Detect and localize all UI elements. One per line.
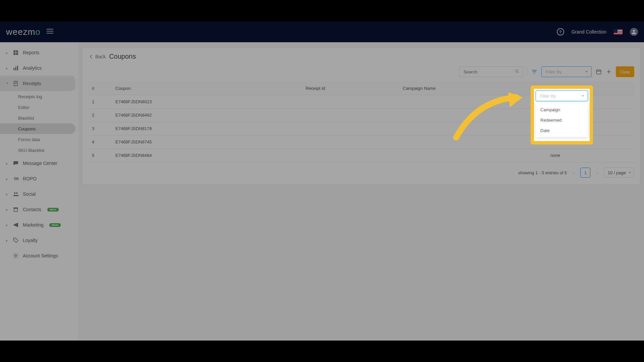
page-title: Coupons — [109, 53, 136, 60]
dashboard-icon — [13, 50, 19, 56]
svg-rect-2 — [16, 50, 18, 52]
logo-accent: o — [35, 27, 40, 37]
sidebar-item-message-center[interactable]: ▸Message Center — [0, 156, 79, 171]
filter-option-redeemed[interactable]: Redeemed — [536, 115, 588, 125]
back-button[interactable]: Back — [89, 54, 106, 59]
caret-icon: ▸ — [6, 223, 9, 227]
people-icon — [13, 191, 19, 197]
page-size-select[interactable]: 10 / page — [604, 168, 634, 178]
sidebar-item-loyalty[interactable]: ▸Loyalty — [0, 233, 79, 248]
new-badge: NEW! — [47, 208, 58, 212]
sidebar-item-account-settings[interactable]: Account Settings — [0, 248, 79, 263]
cell-receipt — [302, 95, 399, 109]
svg-point-0 — [633, 30, 635, 32]
nav-label: Analytics — [23, 65, 42, 71]
cell-n: 1 — [89, 95, 112, 109]
sidebar-subitem-coupons[interactable]: Coupons — [0, 123, 75, 134]
user-avatar-button[interactable] — [630, 28, 638, 36]
filter-option-campaign[interactable]: Campaign — [536, 105, 588, 115]
cell-n: 2 — [89, 109, 112, 122]
cell-coupon: E7468FJSDN8745 — [112, 135, 302, 149]
new-badge: NEW! — [49, 223, 60, 227]
column-header[interactable]: Campaign Name — [399, 82, 547, 95]
infinity-icon — [13, 176, 19, 182]
archive-icon — [13, 206, 19, 213]
top-navbar: weezmo ? Grand Collection — [0, 21, 644, 42]
column-header[interactable]: Coupon — [112, 82, 302, 95]
svg-rect-3 — [13, 53, 15, 55]
svg-point-16 — [15, 255, 17, 257]
cell-receipt — [302, 109, 399, 122]
search-input[interactable] — [459, 66, 523, 77]
svg-point-12 — [16, 192, 18, 194]
nav-label: Loyalty — [23, 238, 38, 243]
svg-rect-5 — [13, 68, 14, 70]
cell-coupon: E7468FJSDN8492 — [112, 109, 302, 122]
add-button[interactable] — [606, 69, 612, 75]
message-icon — [13, 160, 19, 166]
filter-placeholder: Filter By — [546, 69, 562, 74]
nav-label: Message Center — [23, 161, 57, 166]
prev-page-button[interactable]: ‹ — [572, 170, 576, 175]
locale-flag-icon[interactable] — [614, 29, 623, 35]
menu-toggle-button[interactable] — [47, 29, 53, 35]
caret-icon: ▸ — [6, 192, 9, 196]
cell-coupon: E7468FJSDN8464 — [112, 149, 302, 162]
cell-n: 4 — [89, 135, 112, 149]
sidebar-item-ropo[interactable]: ▸ROPO — [0, 171, 79, 186]
sidebar-subitem-receipts-log[interactable]: Receipts log — [0, 91, 79, 102]
org-name[interactable]: Grand Collection — [572, 29, 606, 35]
svg-rect-1 — [13, 50, 15, 52]
sidebar-subitem-editor[interactable]: Editor — [0, 102, 79, 113]
logo-text: weezm — [6, 27, 35, 37]
hamburger-icon — [47, 29, 53, 34]
cell-campaign — [399, 122, 547, 135]
caret-icon: ▸ — [6, 208, 9, 212]
sidebar-item-marketing[interactable]: ▸MarketingNEW! — [0, 217, 79, 233]
cell-campaign — [399, 149, 547, 162]
sidebar-item-analytics[interactable]: ▸Analytics — [0, 60, 79, 76]
cell-n: 3 — [89, 122, 112, 135]
nav-label: ROPO — [23, 176, 37, 181]
search-icon — [515, 69, 520, 75]
filter-settings-button[interactable] — [531, 69, 537, 75]
column-header[interactable]: # — [89, 82, 112, 95]
svg-line-18 — [518, 72, 519, 73]
nav-label: Account Settings — [23, 253, 58, 258]
svg-point-15 — [14, 239, 15, 240]
pagination-summary: showing 1 - 5 entries of 5 — [518, 170, 567, 175]
cell-receipt — [302, 149, 399, 162]
sidebar-subitem-forms-data[interactable]: Forms data — [0, 134, 79, 145]
svg-rect-19 — [596, 70, 601, 74]
next-page-button[interactable]: › — [595, 170, 599, 175]
filter-option-date[interactable]: Date — [536, 125, 588, 136]
svg-rect-7 — [17, 66, 18, 70]
table-row[interactable]: 5E7468FJSDN8464none — [89, 149, 634, 162]
help-button[interactable]: ? — [557, 28, 564, 36]
sidebar-nav: ▸Reports▸Analytics▸ReceiptsReceipts logE… — [0, 42, 79, 341]
caret-icon: ▸ — [6, 66, 9, 70]
user-icon — [631, 29, 637, 35]
page-number-current[interactable]: 1 — [580, 168, 590, 178]
arrow-left-icon — [89, 54, 94, 59]
clear-button[interactable]: Clear — [616, 66, 634, 77]
sidebar-subitem-blacklist[interactable]: Blacklist — [0, 113, 79, 123]
cell-n: 5 — [89, 149, 112, 162]
caret-icon: ▸ — [6, 239, 9, 242]
caret-icon: ▸ — [6, 82, 9, 85]
logo: weezmo — [6, 27, 41, 37]
sidebar-item-contacts[interactable]: ▸ContactsNEW! — [0, 202, 79, 217]
filter-by-select-highlighted[interactable]: Filter By — [536, 90, 588, 101]
sidebar-item-receipts[interactable]: ▸Receipts — [0, 76, 75, 91]
sidebar-item-social[interactable]: ▸Social — [0, 186, 79, 202]
sidebar-item-reports[interactable]: ▸Reports — [0, 45, 79, 60]
filter-placeholder: Filter By — [540, 94, 556, 99]
analytics-icon — [13, 65, 19, 71]
sidebar-subitem-sku-blacklist[interactable]: SKU Blacklist — [0, 145, 79, 156]
filter-by-dropdown: CampaignRedeemedDate — [536, 103, 588, 137]
column-header[interactable]: Receipt Id — [302, 82, 399, 95]
nav-label: Receipts — [23, 81, 41, 86]
date-picker-button[interactable] — [596, 69, 602, 75]
filter-by-select[interactable]: Filter By — [541, 66, 592, 77]
cell-receipt — [302, 122, 399, 135]
